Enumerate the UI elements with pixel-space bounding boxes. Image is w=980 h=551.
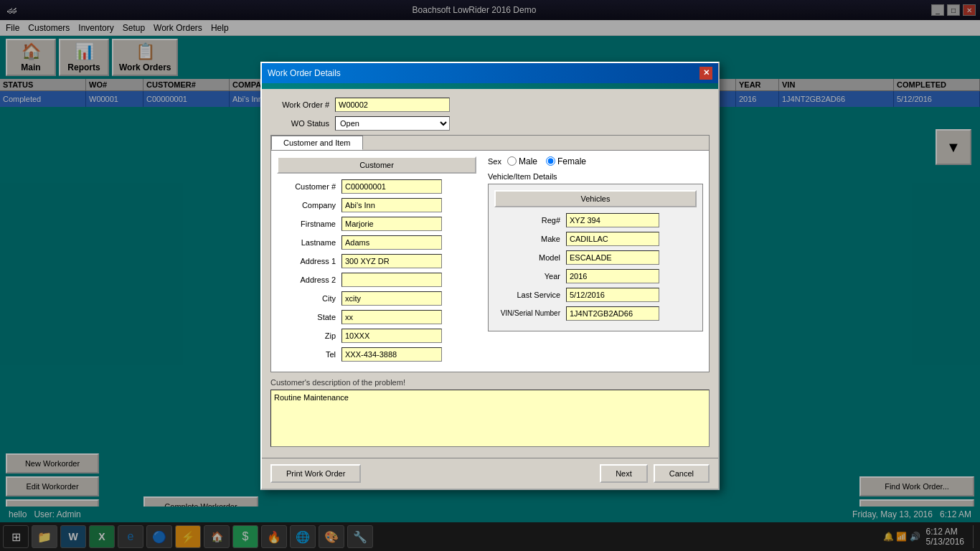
sex-radio-group: Male Female: [507, 156, 586, 166]
reg-input[interactable]: [566, 213, 659, 227]
company-label: Company: [277, 201, 341, 209]
firstname-row: Firstname: [277, 217, 476, 231]
company-row: Company: [277, 198, 476, 212]
right-vehicle: Sex Male Female: [488, 156, 703, 366]
male-radio-label[interactable]: Male: [507, 156, 537, 166]
dialog-title: Work Order Details: [268, 68, 341, 78]
address1-input[interactable]: [341, 254, 442, 268]
vehicle-year-label: Year: [494, 272, 566, 281]
zip-label: Zip: [277, 331, 341, 340]
vin-row: VIN/Serial Number: [494, 306, 697, 321]
city-input[interactable]: [341, 291, 442, 306]
vehicle-section-title: Vehicle/Item Details: [488, 172, 703, 181]
state-label: State: [277, 313, 341, 321]
zip-input[interactable]: [341, 329, 442, 343]
model-row: Model: [494, 250, 697, 265]
cancel-btn[interactable]: Cancel: [654, 464, 710, 483]
description-section: Customer's description of the problem! R…: [270, 378, 710, 449]
tel-row: Tel: [277, 347, 476, 362]
customer-no-input[interactable]: [341, 179, 442, 194]
city-row: City: [277, 291, 476, 306]
last-service-row: Last Service: [494, 288, 697, 302]
address2-row: Address 2: [277, 273, 476, 287]
model-label: Model: [494, 253, 566, 262]
vehicle-box: Vehicles Reg# Make Model: [488, 184, 703, 331]
vin-label: VIN/Serial Number: [494, 309, 566, 317]
female-radio-label[interactable]: Female: [546, 156, 586, 166]
dialog-content: Work Order # WO Status Open Completed Vo…: [262, 89, 718, 458]
workorder-input[interactable]: [335, 98, 450, 112]
tab-customer-item[interactable]: Customer and Item: [271, 136, 363, 150]
state-input[interactable]: [341, 310, 442, 324]
customer-no-row: Customer #: [277, 179, 476, 194]
address2-label: Address 2: [277, 276, 341, 284]
female-radio[interactable]: [546, 156, 555, 166]
tab-content: Customer Customer # Company Firstname: [271, 151, 709, 372]
dialog-overlay: Work Order Details ✕ Work Order # WO Sta…: [0, 0, 980, 551]
dialog-footer: Print Work Order Next Cancel: [262, 458, 718, 489]
vehicle-year-input[interactable]: [566, 269, 659, 283]
vin-input[interactable]: [566, 306, 659, 321]
wo-status-label: WO Status: [270, 119, 335, 128]
print-work-order-btn[interactable]: Print Work Order: [270, 464, 361, 483]
vehicles-btn[interactable]: Vehicles: [494, 190, 697, 207]
sex-label: Sex: [488, 157, 501, 166]
description-textarea[interactable]: Routine Maintenance: [270, 390, 710, 447]
city-label: City: [277, 294, 341, 303]
tab-header: Customer and Item: [271, 136, 709, 151]
reg-label: Reg#: [494, 216, 566, 225]
work-order-dialog: Work Order Details ✕ Work Order # WO Sta…: [260, 62, 720, 490]
last-service-input[interactable]: [566, 288, 659, 302]
company-input[interactable]: [341, 198, 442, 212]
make-input[interactable]: [566, 232, 659, 246]
reg-row: Reg#: [494, 213, 697, 227]
state-row: State: [277, 310, 476, 324]
workorder-label: Work Order #: [270, 100, 335, 109]
firstname-label: Firstname: [277, 220, 341, 228]
dialog-close-btn[interactable]: ✕: [699, 67, 712, 80]
tel-label: Tel: [277, 350, 341, 359]
lastname-row: Lastname: [277, 235, 476, 250]
workorder-row: Work Order #: [270, 98, 710, 112]
last-service-label: Last Service: [494, 291, 566, 299]
tab-container: Customer and Item Customer Customer # Co…: [270, 135, 710, 372]
make-row: Make: [494, 232, 697, 246]
footer-right-btns: Next Cancel: [600, 464, 710, 483]
sex-row: Sex Male Female: [488, 156, 703, 166]
address1-row: Address 1: [277, 254, 476, 268]
make-label: Make: [494, 235, 566, 243]
firstname-input[interactable]: [341, 217, 442, 231]
dialog-titlebar: Work Order Details ✕: [262, 63, 718, 83]
description-label: Customer's description of the problem!: [270, 378, 710, 387]
wo-status-row: WO Status Open Completed Void: [270, 116, 710, 131]
dialog-teal-bar: [262, 83, 718, 89]
lastname-input[interactable]: [341, 235, 442, 250]
zip-row: Zip: [277, 329, 476, 343]
tel-input[interactable]: [341, 347, 442, 362]
address2-input[interactable]: [341, 273, 442, 287]
next-btn[interactable]: Next: [600, 464, 648, 483]
left-form: Customer Customer # Company Firstname: [277, 156, 476, 366]
male-radio[interactable]: [507, 156, 517, 166]
customer-no-label: Customer #: [277, 182, 341, 191]
address1-label: Address 1: [277, 257, 341, 265]
lastname-label: Lastname: [277, 238, 341, 247]
customer-btn[interactable]: Customer: [277, 156, 476, 174]
wo-status-select[interactable]: Open Completed Void: [335, 116, 450, 131]
model-input[interactable]: [566, 250, 659, 265]
vehicle-year-row: Year: [494, 269, 697, 283]
